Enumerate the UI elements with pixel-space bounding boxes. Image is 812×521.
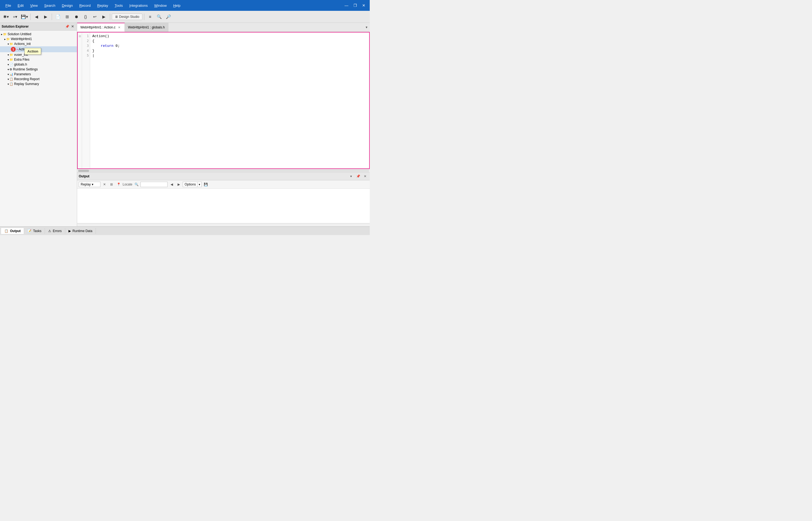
vuser-button[interactable]: ⊞	[63, 13, 71, 21]
menu-replay[interactable]: Replay	[94, 2, 111, 9]
tree-area: ▸ 📁 Solution Untitled ▸ 📁 WebHttpHtml1 ▾…	[0, 30, 77, 226]
menu-window[interactable]: Window	[151, 2, 170, 9]
collapse-icon-parameters: ▾	[7, 73, 9, 76]
line-num-5: 5	[82, 53, 89, 58]
tab-globals-h[interactable]: WebHttpHtml1 : globals.h	[125, 23, 168, 32]
code-content[interactable]: Action() { return 0; }	[90, 32, 369, 168]
loop-button[interactable]: ↩	[90, 13, 99, 21]
minimize-button[interactable]: —	[343, 2, 350, 9]
output-locate-button[interactable]: 📍	[116, 181, 121, 187]
tree-item-parameters[interactable]: ▾ 📊 Parameters	[0, 72, 77, 77]
close-button[interactable]: ✕	[360, 2, 367, 9]
menu-edit[interactable]: Edit	[14, 2, 27, 9]
toolbar-separator-4	[144, 14, 144, 20]
output-options-chevron-icon[interactable]: ▾	[197, 182, 201, 187]
code-line-1: Action()	[92, 33, 367, 39]
menu-search[interactable]: Search	[41, 2, 58, 9]
open-file-button[interactable]: 📄	[54, 13, 62, 21]
menu-file[interactable]: File	[2, 2, 14, 9]
code-button[interactable]: {}	[81, 13, 90, 21]
output-dropdown-chevron-icon: ▾	[92, 182, 93, 186]
folder-icon-webhttphtml1: 📁	[6, 37, 10, 41]
errors-tab-label: Errors	[53, 229, 62, 233]
magnify-button[interactable]: 🔎	[164, 13, 173, 21]
bottom-tab-output[interactable]: 📋 Output	[1, 228, 24, 234]
output-close-button[interactable]: ✕	[362, 173, 368, 179]
bottom-tab-bar: 📋 Output 📝 Tasks ⚠ Errors ▶ Runtime Data	[0, 226, 370, 235]
save-dropdown-button[interactable]: 💾▾	[20, 13, 29, 21]
restore-button[interactable]: ❐	[351, 2, 359, 9]
collapse-icon-runtime-settings: ▾	[7, 68, 9, 71]
collapse-icon-replay-summary: ▾	[7, 83, 9, 86]
code-line-2: {	[92, 39, 367, 43]
bottom-tab-tasks[interactable]: 📝 Tasks	[24, 228, 45, 234]
line-num-1: 1	[82, 33, 89, 39]
output-copy-button[interactable]: ⊞	[109, 181, 115, 187]
main-layout: Solution Explorer 📌 ✕ ▸ 📁 Solution Untit…	[0, 23, 370, 226]
output-prev-button[interactable]: ◀	[169, 181, 174, 187]
tree-label-webhttphtml1: WebHttpHtml1	[11, 37, 32, 41]
tree-item-runtime-settings[interactable]: ▾ ⚙ Runtime Settings	[0, 67, 77, 72]
menu-record[interactable]: Record	[76, 2, 94, 9]
menu-view[interactable]: View	[27, 2, 41, 9]
output-search-button[interactable]: 🔍	[134, 181, 139, 187]
tree-item-solution[interactable]: ▸ 📁 Solution Untitled	[0, 32, 77, 37]
output-dropdown-arrow[interactable]: ▾	[348, 173, 354, 179]
pin-button[interactable]: 📌	[65, 24, 70, 29]
tree-item-action[interactable]: 1 ▪ Action Action	[0, 46, 77, 52]
output-clear-button[interactable]: ✕	[101, 181, 108, 187]
output-panel: Output ▾ 📌 ✕ Replay ▾ ✕ ⊞ 📍 Locate 🔍 ◀ ▶	[77, 172, 370, 226]
list-button[interactable]: ≡	[146, 13, 154, 21]
tab-action-c[interactable]: WebHttpHtml1 : Action.c ✕	[77, 23, 125, 32]
output-pin-button[interactable]: 📌	[355, 173, 361, 179]
back-button[interactable]: ◀	[32, 13, 41, 21]
bottom-tab-runtime-data[interactable]: ▶ Runtime Data	[65, 228, 96, 234]
output-tab-label: Output	[10, 229, 21, 233]
output-tab-icon: 📋	[4, 229, 8, 233]
tree-label-runtime-settings: Runtime Settings	[13, 67, 38, 71]
tree-item-globals[interactable]: ▾ 📄 globals.h	[0, 62, 77, 67]
output-source-dropdown[interactable]: Replay ▾	[79, 182, 100, 187]
code-editor[interactable]: ⊟ 1 2 3 4 5	[78, 32, 369, 168]
output-options-button[interactable]: Options ▾	[183, 182, 201, 187]
output-search-input[interactable]	[141, 182, 168, 187]
search2-button[interactable]: 🔍	[155, 13, 164, 21]
tree-label-recording-report: Recording Report	[14, 77, 40, 81]
plus-dropdown-button[interactable]: +▾	[11, 13, 20, 21]
tree-item-replay-summary[interactable]: ▾ 📋 Replay Summary	[0, 82, 77, 86]
tree-item-webhttphtml1[interactable]: ▸ 📁 WebHttpHtml1	[0, 37, 77, 41]
output-scrollbar[interactable]	[77, 223, 370, 226]
tree-label-globals: globals.h	[14, 63, 27, 66]
tasks-tab-label: Tasks	[33, 229, 42, 233]
run-button[interactable]: ▶	[100, 13, 108, 21]
title-bar-controls: — ❐ ✕	[343, 2, 367, 9]
code-line-5	[92, 53, 367, 58]
tree-item-actions-init[interactable]: ▾ 📁 Actions_init	[0, 41, 77, 46]
menu-design[interactable]: Design	[59, 2, 76, 9]
fold-icon-1[interactable]: ⊟	[79, 33, 81, 39]
output-source-label: Replay	[81, 182, 91, 186]
menu-tools[interactable]: Tools	[111, 2, 126, 9]
tree-item-vuser-init[interactable]: ▾ 📁 vuser_init	[0, 52, 77, 57]
tab-overflow-button[interactable]: ▾	[363, 23, 370, 32]
collapse-icon-solution: ▸	[1, 33, 2, 36]
forward-button[interactable]: ▶	[42, 13, 50, 21]
tree-label-extra-files: Extra Files	[14, 58, 29, 62]
output-next-button[interactable]: ▶	[176, 181, 182, 187]
bottom-tab-errors[interactable]: ⚠ Errors	[45, 228, 65, 234]
close-panel-button[interactable]: ✕	[70, 24, 75, 29]
tree-item-extra-files[interactable]: ▾ 📁 Extra Files	[0, 57, 77, 62]
close-tab-action-c[interactable]: ✕	[117, 25, 121, 29]
design-studio-button[interactable]: 🖥 Design Studio	[112, 14, 142, 20]
horizontal-scrollbar[interactable]	[77, 169, 370, 172]
asterisk-dropdown-button[interactable]: ✱▾	[2, 13, 10, 21]
folder-icon-extra-files: 📁	[9, 58, 13, 62]
tab-label-globals-h: WebHttpHtml1 : globals.h	[128, 25, 165, 29]
tree-item-recording-report[interactable]: ▾ 📋 Recording Report	[0, 77, 77, 82]
output-save-button[interactable]: 💾	[203, 181, 209, 187]
menu-integrations[interactable]: Integrations	[126, 2, 151, 9]
tree-label-action: Action	[19, 47, 28, 51]
line-num-2: 2	[82, 39, 89, 43]
record-button[interactable]: ⏺	[72, 13, 81, 21]
menu-help[interactable]: Help	[170, 2, 184, 9]
